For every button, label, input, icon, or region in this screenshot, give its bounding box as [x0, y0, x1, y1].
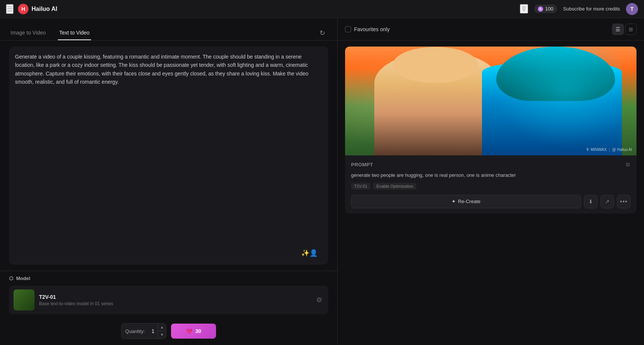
view-grid-button[interactable]: ⊞ [625, 24, 636, 35]
tab-text-to-video[interactable]: Text to Video [58, 27, 91, 40]
copy-prompt-button[interactable]: ⧉ [625, 161, 630, 169]
recreate-button[interactable]: ✦ Re-Create [351, 195, 581, 208]
quantity-down-button[interactable]: ▼ [158, 331, 166, 339]
person-real [374, 52, 497, 156]
tab-image-to-video[interactable]: Image to Video [9, 27, 47, 40]
share-button[interactable]: ↗ [600, 195, 614, 208]
subscribe-button[interactable]: Subscribe for more credits [563, 6, 620, 12]
topbar-right: 🎙 ● 100 Subscribe for more credits T [520, 3, 638, 15]
quantity-value: 1 [149, 324, 158, 339]
view-list-button[interactable]: ☰ [612, 24, 624, 35]
textarea-actions: ✨👤 [300, 247, 319, 259]
refresh-button[interactable]: ↻ [317, 26, 328, 40]
favourites-label[interactable]: Favourites only [354, 26, 390, 32]
view-toggle: ☰ ⊞ [612, 24, 636, 35]
model-label: ⬡ Model [9, 276, 328, 281]
topbar: ☰ H Hailuo AI 🎙 ● 100 Subscribe for more… [0, 0, 644, 18]
watermark-minimax: 🎙 MINIMAX [586, 148, 607, 152]
model-thumbnail-image [14, 289, 35, 310]
watermark-hailuo: @ Hailuo AI [612, 148, 632, 152]
main-layout: Image to Video Text to Video ↻ Generate … [0, 18, 644, 345]
model-card: T2V-01 Base text-to-video model in 01 se… [9, 286, 328, 314]
gallery-content[interactable]: 🎙 MINIMAX | @ Hailuo AI Prompt ⧉ generat… [338, 41, 644, 345]
favourites-check: Favourites only [345, 26, 612, 32]
model-info: T2V-01 Base text-to-video model in 01 se… [39, 294, 310, 306]
credits-badge[interactable]: ● 100 [534, 5, 557, 13]
credits-dot-icon: ● [538, 6, 543, 12]
topbar-left: ☰ H Hailuo AI [6, 4, 57, 14]
quantity-label: Quantity: [122, 324, 149, 339]
tags-row: T2V-01 Enable Optimization [351, 183, 630, 190]
generate-icon: 💗 [186, 328, 192, 334]
watermark-separator: | [609, 148, 610, 152]
card-prompt-title: Prompt [351, 162, 373, 167]
watermark: 🎙 MINIMAX | @ Hailuo AI [586, 148, 632, 152]
generate-label: 30 [195, 328, 201, 334]
model-name: T2V-01 [39, 294, 310, 300]
quantity-control: Quantity: 1 ▲ ▼ [121, 323, 167, 339]
bottom-actions: Quantity: 1 ▲ ▼ 💗 30 [0, 319, 337, 345]
video-card-body: Prompt ⧉ generate two people are hugging… [345, 155, 636, 214]
model-description: Base text-to-video model in 01 series [39, 301, 310, 306]
logo-icon: H [18, 4, 29, 14]
model-thumbnail [14, 289, 35, 310]
video-card: 🎙 MINIMAX | @ Hailuo AI Prompt ⧉ generat… [345, 47, 636, 214]
quantity-up-button[interactable]: ▲ [158, 324, 166, 331]
enhance-icon-button[interactable]: ✨👤 [300, 247, 319, 259]
logo-area: H Hailuo AI [18, 4, 57, 14]
model-icon: ⬡ [9, 276, 13, 281]
video-scene [345, 47, 636, 155]
avatar[interactable]: T [626, 3, 638, 15]
recreate-icon: ✦ [452, 199, 456, 204]
menu-button[interactable]: ☰ [6, 4, 14, 14]
save-button[interactable]: ⬇ [584, 195, 597, 208]
right-panel: Favourites only ☰ ⊞ [338, 18, 644, 345]
card-prompt-header: Prompt ⧉ [351, 161, 630, 169]
card-actions: ✦ Re-Create ⬇ ↗ ••• [351, 195, 630, 208]
model-section: ⬡ Model T2V-01 Base text-to-video model … [0, 271, 337, 319]
tag-model: T2V-01 [351, 183, 370, 190]
gallery-header: Favourites only ☰ ⊞ [338, 18, 644, 41]
generate-button[interactable]: 💗 30 [171, 324, 216, 339]
prompt-textarea[interactable]: Generate a video of a couple kissing, fe… [15, 53, 322, 259]
video-thumbnail: 🎙 MINIMAX | @ Hailuo AI [345, 47, 636, 155]
left-panel: Image to Video Text to Video ↻ Generate … [0, 18, 338, 345]
model-settings-button[interactable]: ⚙ [315, 294, 324, 306]
prompt-box: Generate a video of a couple kissing, fe… [9, 47, 328, 265]
mic-button[interactable]: 🎙 [520, 4, 528, 14]
logo-text: Hailuo AI [32, 6, 57, 12]
favourites-checkbox[interactable] [345, 26, 351, 32]
tag-optimization: Enable Optimization [373, 183, 416, 190]
tabs-bar: Image to Video Text to Video ↻ [0, 18, 337, 41]
card-prompt-text: generate two people are hugging, one is … [351, 172, 630, 179]
more-button[interactable]: ••• [617, 195, 630, 208]
recreate-label: Re-Create [458, 199, 480, 204]
quantity-spinners: ▲ ▼ [158, 324, 166, 339]
person-anime [482, 47, 622, 155]
credits-count: 100 [545, 6, 554, 12]
anime-glow [482, 47, 622, 155]
